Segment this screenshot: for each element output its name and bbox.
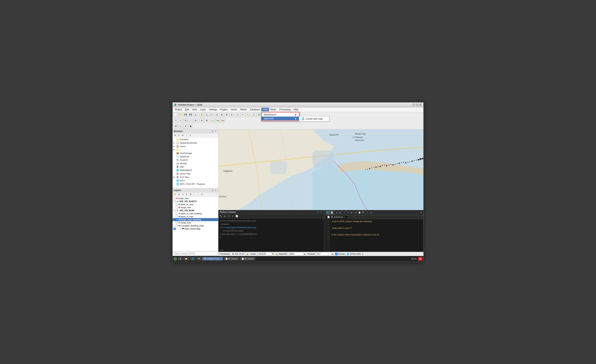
browser-refresh-btn[interactable]: ↻ — [177, 134, 181, 137]
maximize-button[interactable]: □ — [416, 104, 418, 106]
editor-tab-close[interactable]: ✕ — [344, 216, 346, 218]
pan-button[interactable]: ✋ — [200, 112, 204, 117]
browser-item-home[interactable]: ▶ 🏠 Home — [173, 145, 218, 148]
et6[interactable]: ⊗ — [354, 211, 358, 214]
group1-check[interactable] — [173, 200, 176, 202]
menu-project[interactable]: Project — [173, 108, 184, 111]
render-checkbox[interactable] — [335, 253, 338, 255]
close-button[interactable]: ✕ — [419, 104, 422, 106]
label3[interactable]: abc — [221, 118, 225, 123]
epsg-item[interactable]: 🌐 EPSG:4326 — [347, 253, 361, 255]
browser-item-mssql[interactable]: 🗃 MSSQL — [173, 162, 218, 165]
layer-item-surge1[interactable]: surge_max — [173, 206, 218, 209]
zoom-native-button[interactable]: ⊟ — [229, 112, 234, 117]
identify-button[interactable]: ℹ — [236, 112, 240, 117]
view-btn1[interactable]: ⊞ — [173, 124, 178, 129]
print-button[interactable]: 🖨 — [193, 112, 198, 117]
label2[interactable]: abc — [216, 118, 220, 123]
browser-close-btn[interactable]: ✕ — [214, 130, 217, 133]
browser-float-btn[interactable]: ⊡ — [211, 130, 214, 133]
browser-item-wms[interactable]: 🌐 WMS/WMTS — [173, 169, 218, 172]
save-as-button[interactable]: 💾 — [188, 112, 193, 117]
scale-dropdown[interactable]: ▼ — [272, 253, 274, 255]
new-button[interactable]: 📄 — [173, 112, 178, 117]
editor-tab-im-extract[interactable]: 📄 IM_Extract.py ✕ — [325, 215, 348, 219]
coordinate-input[interactable] — [230, 252, 246, 255]
status-icon[interactable]: ℹ — [362, 253, 363, 255]
browser-item-postgis[interactable]: 🐘 PostGIS — [173, 158, 218, 162]
complete-check[interactable] — [176, 225, 178, 227]
map-canvas[interactable]: Santa Fe Texas City La Marque Hitchcock … — [218, 129, 423, 210]
taskbar-untitled[interactable]: 🗺 *Untitled Projec... — [202, 257, 223, 260]
digitize5[interactable]: ⊗ — [193, 118, 198, 123]
et10[interactable]: ★ — [369, 211, 373, 214]
stats-button[interactable]: Σ — [252, 112, 256, 117]
zoom-in-button[interactable]: 🔍 — [204, 112, 209, 117]
mag-spin-up[interactable]: ▲ — [304, 253, 306, 255]
browser-item-root[interactable]: ▶ 📁 / — [173, 148, 218, 151]
browser-filter-btn[interactable]: ▼ — [181, 134, 185, 137]
label1[interactable]: abc — [211, 118, 215, 123]
editor-icon-btn[interactable]: 🌐 — [326, 211, 330, 215]
browser-item-spatialite[interactable]: 🔧 SpatiaLite — [173, 155, 218, 158]
zoom-full-button[interactable]: ⊡ — [214, 112, 219, 117]
layer-item-group2[interactable]: ⊞ S33_Vf3_SLR0 — [173, 209, 218, 212]
menu-help[interactable]: Help — [292, 108, 300, 111]
table-button[interactable]: ⊞ — [257, 112, 261, 117]
editor-save-icon[interactable]: 💾 — [330, 211, 334, 215]
minimize-button[interactable]: − — [412, 104, 415, 106]
layer-add-btn[interactable]: ⊕ — [177, 193, 181, 196]
layer-expand-btn[interactable]: ↕ — [193, 193, 196, 196]
digitize4[interactable]: ↔ — [188, 118, 193, 123]
taskbar-qgis-icon[interactable]: 🗺 — [196, 257, 201, 260]
wave2-check[interactable] — [176, 212, 178, 215]
surge-top-check[interactable] — [173, 197, 176, 200]
menu-mesh[interactable]: Mesh — [269, 108, 278, 111]
view-btn4[interactable]: ◼ — [188, 124, 193, 129]
taskbar-terminal[interactable]: ■ — [178, 257, 183, 260]
console-stop-btn[interactable]: ⊡ — [227, 215, 231, 218]
dropdown-metasearch[interactable]: MetaSearch ▶ — [262, 113, 299, 117]
snap1[interactable]: ⊕ — [200, 118, 204, 123]
layers-close-btn[interactable]: ✕ — [214, 189, 217, 192]
zoom-layer-button[interactable]: ⊠ — [224, 112, 229, 117]
layer-sort-btn[interactable]: ⊞ — [189, 193, 192, 196]
magnifier-input[interactable] — [288, 252, 303, 255]
menu-layer[interactable]: Layer — [199, 108, 207, 111]
browser-up-btn[interactable]: ↑ — [185, 134, 188, 137]
et2[interactable]: ▶ — [339, 211, 342, 214]
layer-item-surge-top[interactable]: surge_max — [173, 197, 218, 200]
layer-item-osm[interactable]: ✓ ✓ 🗺 Open Street Map — [173, 227, 218, 230]
menu-plugins[interactable]: Plugins — [219, 108, 229, 111]
editor-dropdown-btn[interactable]: ▼ — [420, 211, 422, 214]
zoom-selection-button[interactable]: ⊞ — [219, 112, 224, 117]
menu-web[interactable]: Web — [261, 108, 269, 111]
layer-item-surge-building[interactable]: surge_max_building — [173, 218, 218, 221]
et9[interactable]: # — [365, 211, 369, 214]
browser-item-geopackage[interactable]: 📦 GeoPackage — [173, 151, 218, 155]
layer-item-surge2[interactable]: surge_max — [173, 221, 218, 224]
et4[interactable]: ⊡ — [346, 211, 350, 214]
layer-item-group1[interactable]: ⊞ S33_Vf3_SLR173 — [173, 200, 218, 203]
menu-database[interactable]: Database — [248, 108, 261, 111]
surge-building-check[interactable] — [176, 218, 178, 221]
locate-input[interactable] — [173, 252, 218, 255]
menu-settings[interactable]: Settings — [207, 108, 219, 111]
digitize3[interactable]: ⊕ — [183, 118, 188, 123]
surge2-check[interactable] — [176, 222, 178, 224]
layer-item-complete[interactable]: Complete_Building_Data — [173, 224, 218, 227]
layers-float-btn[interactable]: ⊡ — [211, 189, 214, 192]
osm-check[interactable] — [173, 228, 176, 230]
taskbar-im1[interactable]: 📄 IM_Extract — [224, 257, 239, 260]
menu-edit[interactable]: Edit — [184, 108, 191, 111]
wave1-check[interactable] — [176, 203, 178, 206]
taskbar-power[interactable]: ⏻ — [418, 257, 423, 261]
console-script-btn[interactable]: 📄 — [235, 215, 238, 218]
create-web-map-item[interactable]: 🌐 Create web map — [299, 117, 329, 121]
surge1-check[interactable] — [176, 206, 178, 208]
code-content[interactable]: script·in·QGIS,·please·change·the·follow… — [330, 219, 423, 252]
dropdown-qgis2web[interactable]: qgis2web ▶ 🌐 Create web map — [262, 117, 299, 120]
open-button[interactable]: 📂 — [178, 112, 183, 117]
browser-item-bookmarks[interactable]: ▶ 📋 Spatial Bookmarks — [173, 141, 218, 145]
browser-item-favorites[interactable]: ⭐ Favorites — [173, 138, 218, 141]
